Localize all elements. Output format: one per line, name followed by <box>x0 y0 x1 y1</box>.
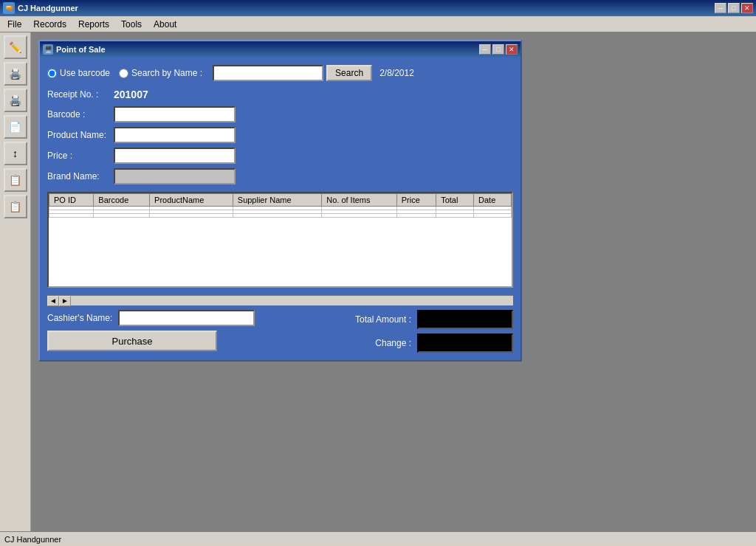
pos-window-title: Point of Sale <box>56 45 479 54</box>
close-button[interactable]: ✕ <box>741 3 753 13</box>
purchase-button[interactable]: Purchase <box>47 331 217 351</box>
search-button[interactable]: Search <box>326 65 372 81</box>
pos-close-button[interactable]: ✕ <box>506 44 518 55</box>
name-radio[interactable] <box>119 69 128 78</box>
barcode-label: Barcode : <box>47 109 114 120</box>
product-name-label: Product Name: <box>47 130 114 140</box>
bottom-area: Cashier's Name: Purchase Total Amount : … <box>47 310 513 353</box>
pos-content: Use barcode Search by Name : Search 2/8/… <box>40 58 520 360</box>
menu-reports[interactable]: Reports <box>72 18 115 31</box>
cashier-row: Cashier's Name: <box>47 310 255 326</box>
col-price: Price <box>396 194 436 207</box>
maximize-button[interactable]: □ <box>728 3 740 13</box>
pos-window: 🖥️ Point of Sale ─ □ ✕ Use barcode <box>38 40 522 362</box>
search-input[interactable] <box>213 65 323 81</box>
menu-records[interactable]: Records <box>27 18 72 31</box>
brand-name-label: Brand Name: <box>47 171 114 182</box>
pos-window-icon: 🖥️ <box>43 44 53 55</box>
sidebar-list1-btn[interactable]: 📋 <box>4 168 27 192</box>
change-display <box>417 334 513 353</box>
horizontal-scrollbar[interactable]: ◄ ► <box>47 295 513 305</box>
scroll-left-button[interactable]: ◄ <box>47 296 59 306</box>
sidebar-doc-btn[interactable]: 📄 <box>4 115 27 139</box>
sidebar-edit-btn[interactable]: ✏️ <box>4 35 27 59</box>
menu-file[interactable]: File <box>1 18 27 31</box>
change-label: Change : <box>337 338 411 348</box>
brand-name-input[interactable] <box>114 168 236 184</box>
col-total: Total <box>436 194 474 207</box>
name-radio-item[interactable]: Search by Name : <box>119 68 202 78</box>
barcode-input[interactable] <box>114 106 236 122</box>
receipt-value: 201007 <box>114 89 148 100</box>
menu-about[interactable]: About <box>148 18 182 31</box>
pos-title-buttons: ─ □ ✕ <box>479 44 518 55</box>
product-name-row: Product Name: <box>47 127 513 143</box>
content-area: 🖥️ Point of Sale ─ □ ✕ Use barcode <box>31 32 756 531</box>
price-input[interactable] <box>114 148 236 164</box>
title-buttons: ─ □ ✕ <box>715 3 753 13</box>
right-bottom: Total Amount : Change : <box>337 310 513 353</box>
scroll-right-button[interactable]: ► <box>59 296 71 306</box>
price-label: Price : <box>47 151 114 161</box>
menu-bar: File Records Reports Tools About <box>0 16 756 32</box>
pos-minimize-button[interactable]: ─ <box>479 44 491 55</box>
col-no-of-items: No. of Items <box>322 194 397 207</box>
sidebar: ✏️ 🖨️ 🖨️ 📄 ↕️ 📋 📋 <box>0 32 31 531</box>
price-row: Price : <box>47 148 513 164</box>
left-bottom: Cashier's Name: Purchase <box>47 310 255 351</box>
receipt-label: Receipt No. : <box>47 89 114 100</box>
total-amount-row: Total Amount : <box>337 310 513 329</box>
table-header-row: PO ID Barcode ProductName Supplier Name … <box>49 194 512 207</box>
total-amount-label: Total Amount : <box>337 314 411 325</box>
col-po-id: PO ID <box>49 194 94 207</box>
table-row <box>49 214 512 218</box>
pos-title-bar: 🖥️ Point of Sale ─ □ ✕ <box>40 41 520 58</box>
cashier-input[interactable] <box>118 310 255 326</box>
radio-group: Use barcode Search by Name : <box>47 68 202 78</box>
minimize-button[interactable]: ─ <box>715 3 726 13</box>
data-table: PO ID Barcode ProductName Supplier Name … <box>49 193 512 218</box>
col-date: Date <box>474 194 512 207</box>
receipt-row: Receipt No. : 201007 <box>47 89 513 100</box>
data-table-container: PO ID Barcode ProductName Supplier Name … <box>47 192 513 288</box>
app-icon: 🔫 <box>3 2 15 14</box>
col-supplier-name: Supplier Name <box>233 194 321 207</box>
sidebar-print2-btn[interactable]: 🖨️ <box>4 89 27 112</box>
table-body <box>49 207 512 218</box>
total-amount-display <box>417 310 513 329</box>
barcode-radio-label: Use barcode <box>60 68 110 78</box>
status-bar: CJ Handgunner <box>0 531 756 546</box>
brand-name-row: Brand Name: <box>47 168 513 184</box>
barcode-radio-item[interactable]: Use barcode <box>47 68 110 78</box>
pos-maximize-button[interactable]: □ <box>492 44 504 55</box>
cashier-label: Cashier's Name: <box>47 313 112 323</box>
barcode-radio[interactable] <box>47 69 57 78</box>
sidebar-print1-btn[interactable]: 🖨️ <box>4 62 27 86</box>
name-radio-label: Search by Name : <box>131 68 202 78</box>
sidebar-sort-btn[interactable]: ↕️ <box>4 142 27 165</box>
main-area: ✏️ 🖨️ 🖨️ 📄 ↕️ 📋 📋 🖥️ Point of Sale ─ □ ✕ <box>0 32 756 531</box>
sidebar-list2-btn[interactable]: 📋 <box>4 195 27 218</box>
barcode-row: Barcode : <box>47 106 513 122</box>
menu-tools[interactable]: Tools <box>115 18 148 31</box>
change-row: Change : <box>337 334 513 353</box>
app-title: CJ Handgunner <box>18 4 715 13</box>
col-product-name: ProductName <box>150 194 233 207</box>
app-title-bar: 🔫 CJ Handgunner ─ □ ✕ <box>0 0 756 16</box>
search-area: Search 2/8/2012 <box>213 65 414 81</box>
top-row: Use barcode Search by Name : Search 2/8/… <box>47 65 513 81</box>
date-display: 2/8/2012 <box>379 68 414 78</box>
product-name-input[interactable] <box>114 127 236 143</box>
status-text: CJ Handgunner <box>4 535 61 544</box>
col-barcode: Barcode <box>94 194 150 207</box>
